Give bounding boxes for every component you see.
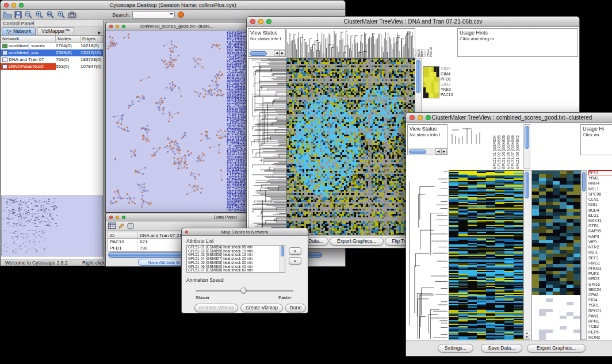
gene-label[interactable]: YSH1 (588, 302, 612, 308)
row-dendrogram[interactable] (407, 170, 447, 340)
network-list-row[interactable]: combined_sco 2569(6) 13112(15) (1, 49, 103, 56)
zoom-fit-icon[interactable] (46, 10, 55, 20)
gene-label[interactable]: PEP5 (588, 329, 612, 335)
gene-label[interactable]: SPC98 (588, 191, 612, 197)
correlation-matrix[interactable] (423, 66, 439, 98)
search-combo[interactable] (132, 11, 175, 18)
scroll-thumb[interactable] (409, 150, 426, 154)
gene-label[interactable]: NTR2 (588, 244, 612, 250)
close-button[interactable] (185, 231, 188, 233)
gene-label[interactable]: PAN1 (588, 313, 612, 319)
done-button[interactable]: Done (285, 304, 306, 312)
tab-vizmapper[interactable]: VizMapper™ (37, 27, 74, 35)
gene-label[interactable]: FIG4 (588, 297, 612, 302)
view-status-hscrollbar[interactable]: ◀▶ (408, 148, 447, 155)
close-button[interactable] (109, 216, 113, 219)
gene-label[interactable]: KAP95 (588, 228, 612, 233)
gene-label[interactable]: GPI16 (588, 282, 612, 287)
close-button[interactable] (109, 25, 113, 28)
import-attributes-icon[interactable] (127, 221, 134, 231)
snapshot-icon[interactable] (68, 10, 76, 20)
animate-vizmap-button[interactable]: Animate Vizmap (194, 304, 238, 312)
gene-label[interactable]: RPO21 (588, 308, 612, 313)
tab-network[interactable]: Network (2, 27, 36, 35)
gene-label[interactable]: MON2 (588, 335, 612, 340)
scroll-thumb[interactable] (525, 172, 529, 198)
gene-label[interactable]: MSI1 (588, 250, 612, 255)
attribute-item[interactable]: GPL51-07 (GSM868) heat shock 60 min (187, 269, 285, 273)
gene-label[interactable]: RPN1 (588, 319, 612, 324)
scroll-right-arrow[interactable]: ▶ (280, 50, 285, 56)
gene-label[interactable]: PFD1 (441, 76, 453, 82)
scroll-thumb[interactable] (582, 172, 586, 191)
row-dendrogram[interactable] (248, 58, 287, 237)
gene-label[interactable]: PHO81 (588, 266, 612, 271)
gene-label[interactable]: RNR4 (588, 181, 612, 186)
heatmap-global[interactable] (449, 170, 523, 341)
export-graphics-button[interactable]: Export Graphics... (330, 237, 384, 246)
zoom-button[interactable] (426, 115, 431, 120)
animation-speed-slider[interactable] (196, 290, 293, 292)
open-folder-icon[interactable] (3, 10, 12, 20)
column-dendrogram[interactable] (286, 28, 415, 58)
move-down-button[interactable]: ∨ (289, 257, 301, 265)
treeview-dna-titlebar[interactable]: ClusterMaker TreeView : DNA and Tran 07-… (247, 17, 579, 27)
heatmap-vscrollbar[interactable]: ▲▼ (523, 170, 530, 340)
gene-label[interactable]: BUD4 (588, 208, 612, 213)
scroll-down-arrow[interactable]: ▼ (524, 335, 530, 339)
column-labels-vscrollbar[interactable] (523, 124, 530, 169)
gene-label[interactable]: GIM4 (441, 71, 453, 76)
zoom-button[interactable] (122, 216, 125, 219)
minimize-button[interactable] (418, 115, 423, 120)
gene-label[interactable]: HMG1 (588, 260, 612, 266)
slider-knob[interactable] (240, 288, 247, 294)
save-icon[interactable] (14, 10, 22, 20)
zoom-out-icon[interactable] (24, 10, 33, 20)
gene-label[interactable]: MAK31 (588, 218, 612, 223)
gene-label[interactable]: YRA1 (588, 175, 612, 181)
scroll-left-arrow[interactable]: ◀ (435, 148, 441, 155)
gene-label[interactable]: GTB1 (588, 223, 612, 228)
close-button[interactable] (410, 115, 415, 120)
attribute-table-icon[interactable] (108, 221, 116, 231)
close-button[interactable] (250, 19, 255, 24)
birdseye-view[interactable] (1, 196, 103, 256)
gene-label[interactable]: ELG1 (588, 213, 612, 218)
zoom-vscrollbar[interactable] (581, 170, 587, 340)
gene-label[interactable]: MSL1 (588, 186, 612, 191)
network-list-row[interactable]: combined_scores 2764(0) 16218(0) (1, 43, 103, 49)
scroll-thumb[interactable] (525, 126, 529, 149)
treeview-combined-titlebar[interactable]: ClusterMaker TreeView : combined_scores_… (406, 113, 612, 123)
minimize-button[interactable] (116, 25, 119, 28)
gene-label[interactable]: PFD1 (588, 170, 612, 175)
scroll-left-arrow[interactable]: ◀ (274, 50, 280, 56)
move-up-button[interactable]: ∧ (289, 247, 301, 255)
gene-label[interactable]: PUF3 (588, 271, 612, 276)
network-list-row[interactable]: sRNAPuberNov2 563(0) 107847(0) (1, 63, 103, 70)
cytoscape-titlebar[interactable]: Cytoscape Desktop (Session Name: collins… (1, 1, 345, 10)
minimize-button[interactable] (116, 216, 119, 219)
minimize-button[interactable] (258, 19, 263, 24)
network-view-titlebar[interactable]: combined_scores_good.txt--cluste... (106, 22, 247, 30)
settings-button[interactable]: Settings... (438, 344, 473, 352)
scroll-thumb[interactable] (416, 60, 420, 93)
network-canvas[interactable] (106, 30, 247, 212)
gene-label[interactable]: HRD3 (588, 276, 612, 281)
create-vizmap-button[interactable]: Create Vizmap (240, 304, 283, 312)
close-button[interactable] (4, 3, 9, 7)
gene-label[interactable]: SEC24 (588, 287, 612, 292)
zoom-button[interactable] (122, 25, 125, 28)
attribute-list[interactable]: GPL51-01 (GSM854) heat shock 05 minGPL51… (186, 245, 285, 273)
zoom-in-icon[interactable] (35, 10, 44, 20)
gene-label[interactable]: GIM3 (441, 82, 453, 87)
export-graphics-button[interactable]: Export Graphics... (527, 344, 586, 352)
scroll-thumb[interactable] (250, 51, 267, 56)
zoom-button[interactable] (266, 19, 271, 24)
gene-label[interactable]: PAC10 (441, 92, 453, 97)
scroll-up-arrow[interactable]: ▲ (524, 331, 530, 335)
gene-label[interactable]: CPA2 (588, 292, 612, 297)
gene-label[interactable]: YKE2 (441, 87, 453, 92)
scroll-thumb[interactable] (281, 246, 284, 256)
save-data-button[interactable]: Save Data... (481, 344, 522, 352)
network-list-row[interactable]: DNA and Tran 07 769(0) 183728(0) (1, 56, 103, 63)
